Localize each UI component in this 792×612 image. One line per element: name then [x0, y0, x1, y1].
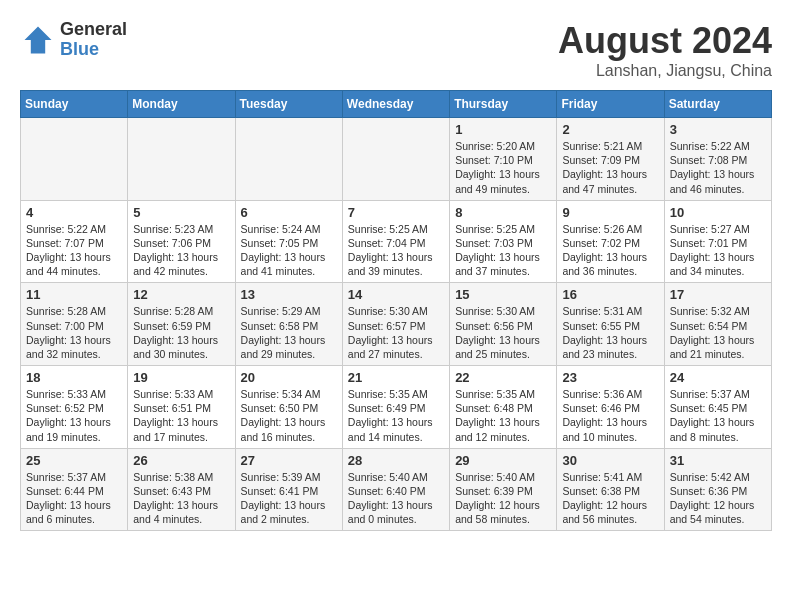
day-number: 20 [241, 370, 337, 385]
calendar-cell: 28Sunrise: 5:40 AMSunset: 6:40 PMDayligh… [342, 448, 449, 531]
day-number: 4 [26, 205, 122, 220]
day-number: 18 [26, 370, 122, 385]
day-number: 9 [562, 205, 658, 220]
day-info: Sunrise: 5:24 AMSunset: 7:05 PMDaylight:… [241, 222, 337, 279]
calendar-cell: 4Sunrise: 5:22 AMSunset: 7:07 PMDaylight… [21, 200, 128, 283]
day-info: Sunrise: 5:26 AMSunset: 7:02 PMDaylight:… [562, 222, 658, 279]
calendar-cell: 19Sunrise: 5:33 AMSunset: 6:51 PMDayligh… [128, 366, 235, 449]
calendar-cell: 22Sunrise: 5:35 AMSunset: 6:48 PMDayligh… [450, 366, 557, 449]
day-number: 31 [670, 453, 766, 468]
day-info: Sunrise: 5:33 AMSunset: 6:51 PMDaylight:… [133, 387, 229, 444]
day-header-tuesday: Tuesday [235, 91, 342, 118]
calendar-cell: 27Sunrise: 5:39 AMSunset: 6:41 PMDayligh… [235, 448, 342, 531]
day-number: 28 [348, 453, 444, 468]
day-header-monday: Monday [128, 91, 235, 118]
day-number: 1 [455, 122, 551, 137]
day-info: Sunrise: 5:41 AMSunset: 6:38 PMDaylight:… [562, 470, 658, 527]
day-number: 8 [455, 205, 551, 220]
svg-marker-0 [25, 26, 52, 53]
day-number: 6 [241, 205, 337, 220]
calendar-week-row: 1Sunrise: 5:20 AMSunset: 7:10 PMDaylight… [21, 118, 772, 201]
day-info: Sunrise: 5:28 AMSunset: 6:59 PMDaylight:… [133, 304, 229, 361]
day-info: Sunrise: 5:37 AMSunset: 6:45 PMDaylight:… [670, 387, 766, 444]
day-info: Sunrise: 5:34 AMSunset: 6:50 PMDaylight:… [241, 387, 337, 444]
calendar-week-row: 25Sunrise: 5:37 AMSunset: 6:44 PMDayligh… [21, 448, 772, 531]
day-number: 15 [455, 287, 551, 302]
day-header-thursday: Thursday [450, 91, 557, 118]
day-info: Sunrise: 5:30 AMSunset: 6:56 PMDaylight:… [455, 304, 551, 361]
calendar-cell: 26Sunrise: 5:38 AMSunset: 6:43 PMDayligh… [128, 448, 235, 531]
logo-icon [20, 22, 56, 58]
logo-general: General [60, 20, 127, 40]
page-title: August 2024 [558, 20, 772, 62]
calendar-cell: 21Sunrise: 5:35 AMSunset: 6:49 PMDayligh… [342, 366, 449, 449]
calendar-cell: 29Sunrise: 5:40 AMSunset: 6:39 PMDayligh… [450, 448, 557, 531]
calendar-cell: 20Sunrise: 5:34 AMSunset: 6:50 PMDayligh… [235, 366, 342, 449]
day-info: Sunrise: 5:28 AMSunset: 7:00 PMDaylight:… [26, 304, 122, 361]
calendar-cell: 10Sunrise: 5:27 AMSunset: 7:01 PMDayligh… [664, 200, 771, 283]
day-number: 5 [133, 205, 229, 220]
day-info: Sunrise: 5:42 AMSunset: 6:36 PMDaylight:… [670, 470, 766, 527]
day-number: 26 [133, 453, 229, 468]
day-info: Sunrise: 5:39 AMSunset: 6:41 PMDaylight:… [241, 470, 337, 527]
calendar-cell: 11Sunrise: 5:28 AMSunset: 7:00 PMDayligh… [21, 283, 128, 366]
day-number: 7 [348, 205, 444, 220]
calendar-cell [128, 118, 235, 201]
day-info: Sunrise: 5:33 AMSunset: 6:52 PMDaylight:… [26, 387, 122, 444]
calendar-cell: 16Sunrise: 5:31 AMSunset: 6:55 PMDayligh… [557, 283, 664, 366]
calendar-body: 1Sunrise: 5:20 AMSunset: 7:10 PMDaylight… [21, 118, 772, 531]
day-number: 24 [670, 370, 766, 385]
calendar-cell: 30Sunrise: 5:41 AMSunset: 6:38 PMDayligh… [557, 448, 664, 531]
day-number: 12 [133, 287, 229, 302]
day-info: Sunrise: 5:20 AMSunset: 7:10 PMDaylight:… [455, 139, 551, 196]
day-number: 22 [455, 370, 551, 385]
calendar-cell: 18Sunrise: 5:33 AMSunset: 6:52 PMDayligh… [21, 366, 128, 449]
calendar-cell: 25Sunrise: 5:37 AMSunset: 6:44 PMDayligh… [21, 448, 128, 531]
day-info: Sunrise: 5:35 AMSunset: 6:49 PMDaylight:… [348, 387, 444, 444]
calendar-cell: 3Sunrise: 5:22 AMSunset: 7:08 PMDaylight… [664, 118, 771, 201]
calendar-cell [342, 118, 449, 201]
calendar-table: SundayMondayTuesdayWednesdayThursdayFrid… [20, 90, 772, 531]
day-info: Sunrise: 5:32 AMSunset: 6:54 PMDaylight:… [670, 304, 766, 361]
calendar-cell [21, 118, 128, 201]
day-number: 11 [26, 287, 122, 302]
day-info: Sunrise: 5:40 AMSunset: 6:39 PMDaylight:… [455, 470, 551, 527]
day-info: Sunrise: 5:36 AMSunset: 6:46 PMDaylight:… [562, 387, 658, 444]
calendar-cell: 2Sunrise: 5:21 AMSunset: 7:09 PMDaylight… [557, 118, 664, 201]
day-info: Sunrise: 5:21 AMSunset: 7:09 PMDaylight:… [562, 139, 658, 196]
calendar-cell: 6Sunrise: 5:24 AMSunset: 7:05 PMDaylight… [235, 200, 342, 283]
calendar-cell: 23Sunrise: 5:36 AMSunset: 6:46 PMDayligh… [557, 366, 664, 449]
day-info: Sunrise: 5:22 AMSunset: 7:08 PMDaylight:… [670, 139, 766, 196]
page-header: General Blue August 2024 Lanshan, Jiangs… [20, 20, 772, 80]
day-info: Sunrise: 5:25 AMSunset: 7:04 PMDaylight:… [348, 222, 444, 279]
calendar-cell: 17Sunrise: 5:32 AMSunset: 6:54 PMDayligh… [664, 283, 771, 366]
day-info: Sunrise: 5:22 AMSunset: 7:07 PMDaylight:… [26, 222, 122, 279]
day-number: 29 [455, 453, 551, 468]
calendar-cell: 15Sunrise: 5:30 AMSunset: 6:56 PMDayligh… [450, 283, 557, 366]
day-header-wednesday: Wednesday [342, 91, 449, 118]
day-info: Sunrise: 5:38 AMSunset: 6:43 PMDaylight:… [133, 470, 229, 527]
calendar-cell: 24Sunrise: 5:37 AMSunset: 6:45 PMDayligh… [664, 366, 771, 449]
calendar-cell: 9Sunrise: 5:26 AMSunset: 7:02 PMDaylight… [557, 200, 664, 283]
calendar-cell: 8Sunrise: 5:25 AMSunset: 7:03 PMDaylight… [450, 200, 557, 283]
calendar-cell: 13Sunrise: 5:29 AMSunset: 6:58 PMDayligh… [235, 283, 342, 366]
calendar-cell: 1Sunrise: 5:20 AMSunset: 7:10 PMDaylight… [450, 118, 557, 201]
day-info: Sunrise: 5:37 AMSunset: 6:44 PMDaylight:… [26, 470, 122, 527]
calendar-week-row: 4Sunrise: 5:22 AMSunset: 7:07 PMDaylight… [21, 200, 772, 283]
calendar-cell: 7Sunrise: 5:25 AMSunset: 7:04 PMDaylight… [342, 200, 449, 283]
calendar-cell [235, 118, 342, 201]
day-header-sunday: Sunday [21, 91, 128, 118]
day-info: Sunrise: 5:27 AMSunset: 7:01 PMDaylight:… [670, 222, 766, 279]
calendar-cell: 12Sunrise: 5:28 AMSunset: 6:59 PMDayligh… [128, 283, 235, 366]
day-number: 13 [241, 287, 337, 302]
day-number: 21 [348, 370, 444, 385]
day-number: 14 [348, 287, 444, 302]
calendar-cell: 31Sunrise: 5:42 AMSunset: 6:36 PMDayligh… [664, 448, 771, 531]
day-number: 19 [133, 370, 229, 385]
day-info: Sunrise: 5:31 AMSunset: 6:55 PMDaylight:… [562, 304, 658, 361]
calendar-header-row: SundayMondayTuesdayWednesdayThursdayFrid… [21, 91, 772, 118]
calendar-cell: 5Sunrise: 5:23 AMSunset: 7:06 PMDaylight… [128, 200, 235, 283]
day-header-saturday: Saturday [664, 91, 771, 118]
day-number: 25 [26, 453, 122, 468]
calendar-week-row: 11Sunrise: 5:28 AMSunset: 7:00 PMDayligh… [21, 283, 772, 366]
